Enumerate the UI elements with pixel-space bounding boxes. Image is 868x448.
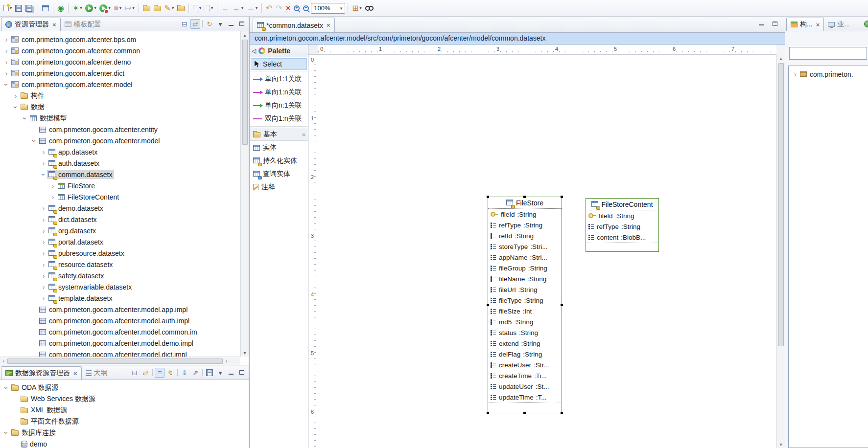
tree-item[interactable]: com.primeton.gocom.afcenter.model.app.im… — [0, 304, 240, 315]
chevron-collapsed-icon[interactable]: › — [40, 250, 47, 257]
start-server-button[interactable]: ◉ — [56, 2, 66, 15]
chevron-collapsed-icon[interactable]: › — [3, 47, 10, 54]
check-in-button[interactable]: ▾ — [191, 2, 203, 15]
palette-tool-单向1:n关联[interactable]: 单向1:n关联 — [250, 86, 308, 99]
tab-resource-explorer[interactable]: 资源管理器× — [1, 18, 61, 31]
tree-item[interactable]: ›数据模型 — [0, 112, 240, 124]
tab-components[interactable]: 构...× — [786, 18, 824, 31]
entity-field[interactable]: refType:String — [488, 220, 562, 230]
connect-button[interactable]: ↯ — [165, 368, 175, 378]
entity-field[interactable]: fileUrl:String — [488, 284, 562, 295]
diagram-canvas[interactable]: FileStorefileId:StringrefType:StringrefI… — [318, 55, 776, 448]
tree-item[interactable]: demo — [0, 438, 249, 448]
palette-item-实体[interactable]: 实体 — [250, 141, 308, 154]
maximize-button[interactable] — [237, 19, 247, 29]
palette-section-basic[interactable]: 基本« — [250, 128, 308, 141]
chevron-collapsed-icon[interactable]: › — [40, 227, 47, 234]
entity-box[interactable]: FileStorefileId:StringrefType:StringrefI… — [488, 197, 562, 413]
forward-button[interactable]: →▾ — [245, 2, 259, 15]
chevron-collapsed-icon[interactable]: › — [792, 71, 798, 78]
entity-field[interactable]: fileName:String — [488, 273, 562, 284]
tree-item[interactable]: ›com.primeton.gocom.afcenter.model — [0, 135, 240, 146]
tree-item[interactable]: Web Services 数据源 — [0, 393, 249, 404]
selection-handle[interactable] — [487, 304, 489, 306]
open-file-button[interactable] — [152, 2, 163, 15]
scroll-right-icon[interactable]: › — [223, 358, 230, 365]
palette-select-tool[interactable]: Select — [251, 58, 307, 70]
entity-field[interactable]: fileGroup:String — [488, 263, 562, 273]
refresh-button[interactable]: ↻ — [205, 19, 214, 29]
tree-item[interactable]: ›com.primeton.gocom.afcenter.bps.om — [0, 34, 240, 45]
scroll-left-icon[interactable]: ‹ — [0, 358, 7, 365]
entity-field[interactable]: refType:String — [586, 221, 658, 232]
entity-field[interactable]: md5:String — [488, 316, 562, 327]
entity-field[interactable]: status:String — [488, 327, 562, 338]
scrollbar-thumb[interactable] — [778, 63, 784, 346]
chevron-collapsed-icon[interactable]: › — [40, 160, 47, 167]
view-menu-button[interactable]: ▾ — [215, 19, 225, 29]
tree-item[interactable]: com.primeton.gocom.afcenter.model.dict.i… — [0, 349, 240, 357]
scrollbar-thumb[interactable] — [242, 40, 248, 145]
chevron-expanded-icon[interactable]: › — [12, 104, 19, 111]
maximize-button[interactable] — [770, 19, 780, 28]
export-config-button[interactable]: ⇗ — [190, 368, 200, 378]
check-out-button[interactable]: ▾ — [203, 2, 214, 15]
tree-item[interactable]: ›resource.datasetx — [0, 259, 240, 270]
tab-template-config[interactable]: 模板配置 — [61, 18, 105, 31]
tree-item[interactable]: ›pubresource.datasetx — [0, 247, 240, 259]
debug-button[interactable]: ✶▾ — [71, 2, 83, 15]
collapse-all-button[interactable]: ⊟ — [180, 19, 189, 29]
tab-close-icon[interactable]: × — [52, 21, 56, 28]
save-all-button[interactable] — [24, 2, 35, 15]
delete-button[interactable]: × — [284, 2, 292, 15]
tab-business[interactable]: 业... — [824, 18, 854, 31]
tree-item[interactable]: com.primeton.gocom.afcenter.entity — [0, 124, 240, 135]
chevron-collapsed-icon[interactable]: › — [40, 149, 47, 156]
palette-item-查询实体[interactable]: 查询实体 — [250, 167, 308, 180]
chevron-collapsed-icon[interactable]: › — [3, 36, 10, 43]
chevron-collapsed-icon[interactable]: › — [49, 182, 56, 189]
chevron-expanded-icon[interactable]: › — [3, 81, 10, 88]
undo-button[interactable]: ↶ — [264, 2, 274, 15]
scrollbar-thumb[interactable] — [7, 358, 223, 364]
tree-item[interactable]: com.primeton.gocom.afcenter.model.demo.i… — [0, 337, 240, 349]
tab-datasource-explorer[interactable]: 数据源资源管理器× — [1, 366, 82, 380]
entity-field[interactable]: appName:Stri... — [488, 252, 562, 263]
selection-handle[interactable] — [523, 412, 526, 414]
back-disabled-button[interactable]: ← — [220, 2, 231, 15]
minimize-button[interactable] — [756, 19, 766, 28]
entity-field[interactable]: fileId:String — [586, 210, 658, 221]
new-wizard-button[interactable]: ▾ — [2, 2, 13, 15]
tree-item[interactable]: ›template.datasetx — [0, 292, 240, 304]
palette-item-注释[interactable]: 注释 — [250, 180, 308, 194]
tree-item[interactable]: com.primeton.gocom.afcenter.model.auth.i… — [0, 315, 240, 326]
stop-button[interactable]: ■▾ — [112, 2, 123, 15]
selection-handle[interactable] — [523, 196, 526, 198]
import-config-button[interactable]: ⇓ — [180, 368, 189, 378]
tab-close-icon[interactable]: × — [73, 370, 77, 377]
tree-item[interactable]: ›构件 — [0, 90, 240, 101]
scroll-down-icon[interactable]: ▾ — [777, 441, 785, 448]
search-button[interactable] — [364, 2, 375, 15]
tree-item[interactable]: ›FileStore — [0, 180, 240, 191]
tab-close-icon[interactable]: × — [327, 22, 330, 29]
link-with-editor-button[interactable]: ⇄ — [190, 19, 200, 29]
palette-tool-单向n:1关联[interactable]: 单向n:1关联 — [250, 99, 308, 112]
entity-field[interactable]: delFlag:String — [488, 349, 562, 359]
scroll-up-icon[interactable]: ▴ — [777, 55, 785, 62]
tree-item[interactable]: ›auth.datasetx — [0, 157, 240, 169]
chevron-collapsed-icon[interactable]: › — [40, 239, 47, 246]
back-button[interactable]: ←▾ — [231, 2, 245, 15]
chevron-expanded-icon[interactable]: › — [31, 137, 38, 144]
selection-handle[interactable] — [487, 412, 489, 414]
entity-field[interactable]: fileId:String — [488, 209, 562, 220]
chevron-collapsed-icon[interactable]: › — [40, 272, 47, 279]
entity-field[interactable]: refId:String — [488, 230, 562, 241]
chevron-expanded-icon[interactable]: › — [22, 115, 28, 122]
tree-item[interactable]: ›com.primeton.gocom.afcenter.common — [0, 45, 240, 56]
layout-button[interactable]: ⊞▾ — [351, 2, 363, 15]
tree-item[interactable]: 平面文件数据源 — [0, 416, 249, 427]
entity-field[interactable]: createTime:Ti... — [488, 370, 562, 381]
tree-item[interactable]: ›ODA 数据源 — [0, 382, 249, 393]
search-input[interactable] — [789, 47, 867, 60]
